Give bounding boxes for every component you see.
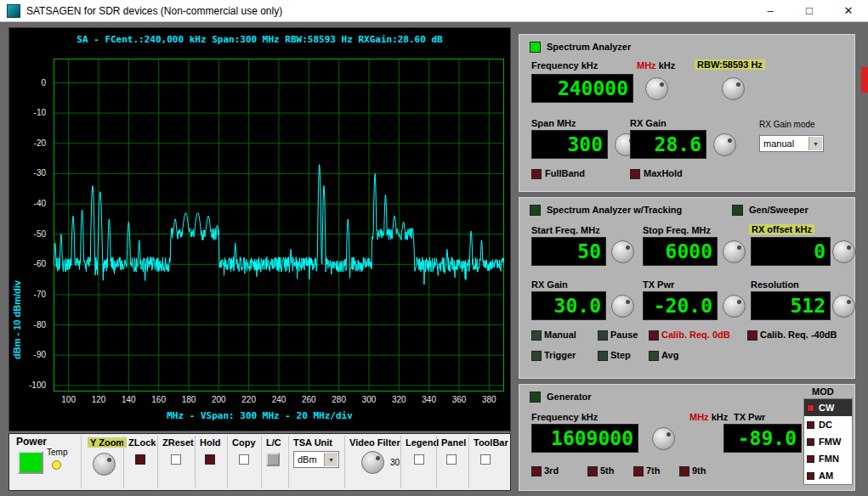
rx-gain-knob[interactable] — [713, 133, 736, 156]
spectrum-plot[interactable] — [54, 59, 504, 392]
step-toggle[interactable] — [598, 351, 608, 361]
zlock-toggle[interactable] — [135, 454, 145, 465]
video-filter-label: Video Filter — [349, 437, 400, 448]
legend-checkbox[interactable] — [414, 454, 424, 465]
stop-freq-label: Stop Freq. MHz — [643, 225, 711, 235]
tsa-unit-dropdown[interactable]: dBm▼ — [293, 451, 339, 468]
resolution-label: Resolution — [751, 279, 799, 290]
manual-toggle[interactable] — [531, 330, 542, 341]
temp-indicator — [52, 460, 61, 470]
mod-dc-indicator — [807, 421, 814, 429]
harmonic-9th-label: 9th — [692, 465, 706, 476]
dropdown-arrow-icon[interactable]: ▼ — [324, 453, 338, 466]
rx-offset-display[interactable]: 0 — [751, 237, 831, 266]
stop-freq-display[interactable]: 6000 — [643, 237, 718, 266]
calib-40-toggle[interactable] — [747, 330, 757, 341]
tracking-tx-pwr-display[interactable]: -20.0 — [643, 291, 718, 320]
maxhold-toggle[interactable] — [630, 169, 640, 179]
fullband-toggle[interactable] — [531, 169, 542, 179]
frequency-display[interactable]: 240000 — [531, 74, 633, 103]
tracking-led[interactable] — [530, 205, 541, 216]
gen-frequency-display[interactable]: 1609000 — [531, 424, 638, 453]
y-tick-label: -100 — [29, 380, 46, 390]
mhz-unit[interactable]: MHz — [637, 60, 656, 70]
x-tick-label: 260 — [298, 395, 320, 404]
mod-option-label: FMW — [819, 437, 841, 447]
rx-offset-knob[interactable] — [832, 240, 855, 263]
calib-0-label: Calib. Req. 0dB — [661, 330, 730, 340]
mod-fmw-indicator — [807, 438, 814, 446]
hold-toggle[interactable] — [205, 454, 215, 465]
close-button[interactable]: ✕ — [829, 0, 868, 21]
rx-gain-mode-value: manual — [763, 138, 794, 149]
copy-checkbox[interactable] — [239, 454, 249, 465]
x-tick-label: 200 — [207, 395, 230, 404]
harmonic-7th-toggle[interactable] — [633, 466, 644, 476]
toolbar-separator — [195, 436, 196, 488]
rx-gain-mode-dropdown[interactable]: manual▼ — [759, 135, 824, 152]
harmonic-5th-toggle[interactable] — [587, 466, 598, 476]
minimize-button[interactable]: – — [751, 0, 790, 21]
dropdown-arrow-icon[interactable]: ▼ — [808, 137, 822, 150]
power-button[interactable] — [18, 451, 43, 474]
generator-led[interactable] — [530, 392, 541, 403]
maximize-button[interactable]: □ — [790, 0, 829, 21]
tracking-rx-gain-display[interactable]: 30.0 — [531, 291, 606, 320]
mod-option-label: CW — [819, 403, 834, 413]
panel-label: Panel — [441, 437, 466, 448]
gen-sweeper-led[interactable] — [732, 205, 743, 216]
toolbar-separator — [468, 436, 469, 488]
panel-checkbox[interactable] — [446, 454, 457, 465]
avg-toggle[interactable] — [649, 351, 659, 361]
y-tick-label: -20 — [34, 138, 46, 148]
toolbar-checkbox[interactable] — [480, 454, 491, 465]
trigger-toggle[interactable] — [531, 351, 542, 361]
mod-option-fmn[interactable]: FMN — [804, 450, 852, 467]
toolbar-separator — [81, 436, 82, 488]
tracking-tx-pwr-knob[interactable] — [723, 295, 746, 318]
spectrum-analyzer-panel: Spectrum Analyzer Frequency kHz MHz kHz … — [519, 34, 855, 192]
frequency-units: MHz kHz — [637, 60, 675, 70]
mod-option-am[interactable]: AM — [804, 467, 852, 484]
span-display[interactable]: 300 — [531, 130, 608, 159]
gen-mhz-unit[interactable]: MHz — [689, 412, 709, 422]
rbw-knob[interactable] — [722, 77, 745, 100]
x-tick-label: 300 — [358, 395, 380, 404]
harmonic-3rd-toggle[interactable] — [531, 466, 542, 476]
khz-unit[interactable]: kHz — [659, 60, 676, 70]
start-freq-knob[interactable] — [611, 240, 634, 263]
start-freq-display[interactable]: 50 — [531, 237, 606, 266]
harmonic-9th-toggle[interactable] — [679, 466, 689, 476]
mod-option-dc[interactable]: DC — [804, 416, 852, 433]
x-tick-label: 120 — [88, 395, 110, 404]
trigger-label: Trigger — [544, 350, 576, 360]
resolution-knob[interactable] — [832, 295, 855, 318]
mod-option-cw[interactable]: CW — [804, 399, 852, 416]
resolution-display[interactable]: 512 — [751, 291, 831, 320]
frequency-knob[interactable] — [645, 77, 668, 100]
x-axis-ticks: 1001201401601802002202402602803003203403… — [54, 395, 504, 405]
rbw-label: RBW:58593 Hz — [695, 59, 765, 70]
gen-frequency-knob[interactable] — [652, 427, 675, 450]
stop-freq-knob[interactable] — [723, 240, 746, 263]
zreset-checkbox[interactable] — [171, 454, 181, 465]
gen-tx-pwr-display[interactable]: -89.0 — [723, 424, 802, 453]
rx-gain-mode-label: RX Gain mode — [759, 120, 815, 129]
video-filter-knob[interactable] — [361, 451, 384, 474]
lc-button[interactable] — [266, 453, 280, 466]
toolbar-separator — [436, 436, 437, 488]
mod-option-fmw[interactable]: FMW — [804, 433, 852, 450]
y-tick-label: -60 — [34, 259, 46, 268]
y-zoom-knob[interactable] — [93, 453, 116, 476]
gen-khz-unit[interactable]: kHz — [712, 412, 729, 422]
gen-sweeper-label: Gen/Sweeper — [749, 205, 808, 215]
tracking-rx-gain-knob[interactable] — [611, 295, 634, 318]
x-tick-label: 180 — [178, 395, 200, 404]
spectrum-analyzer-led[interactable] — [530, 42, 541, 53]
pause-toggle[interactable] — [598, 330, 608, 341]
calib-0-toggle[interactable] — [649, 330, 659, 341]
generator-title: Generator — [547, 392, 592, 402]
mod-option-label: DC — [819, 420, 832, 430]
x-tick-label: 320 — [388, 395, 410, 404]
rx-gain-display[interactable]: 28.6 — [630, 130, 706, 159]
